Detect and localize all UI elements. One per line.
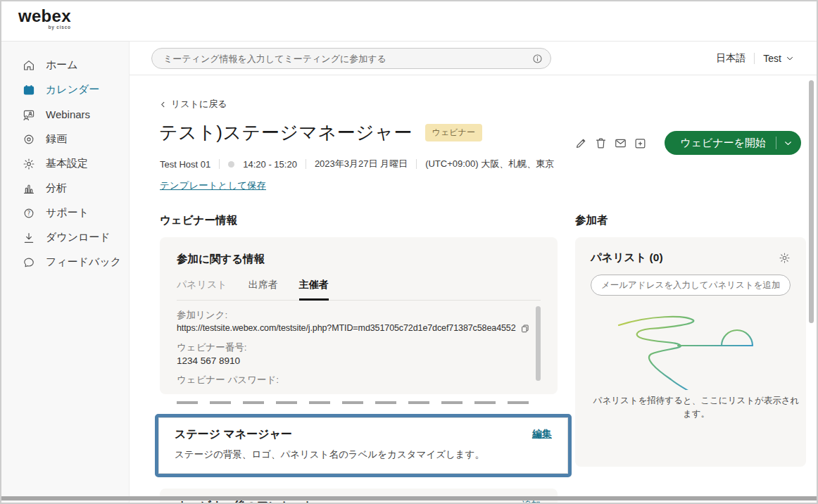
webinar-time: 14:20 - 15:20 [243, 159, 297, 170]
webinar-password: 1234abCD567 (12345678 電話またはビデオシステムから参加の場… [177, 386, 525, 388]
stage-manager-card: ステージ マネージャー 編集 ステージの背景、ロゴ、パネリスト名のラベルをカスタ… [158, 417, 568, 474]
sidebar-item-webinars[interactable]: Webinars [1, 102, 129, 127]
participants-section-title: 参加者 [575, 213, 608, 228]
panelists-title: パネリスト (0) [591, 251, 663, 265]
tab-host[interactable]: 主催者 [299, 279, 329, 301]
sidebar-item-feedback[interactable]: フィードバック [1, 250, 129, 275]
main-header: 日本語 Test [130, 42, 817, 75]
add-to-calendar-icon[interactable] [631, 134, 649, 152]
copy-icon[interactable] [520, 324, 530, 334]
recordings-icon [23, 133, 35, 146]
add-panelist-input[interactable] [591, 275, 791, 296]
chevron-down-icon [786, 54, 794, 63]
gear-icon[interactable] [779, 252, 791, 264]
page-title: テスト)ステージマネージャー [159, 120, 413, 145]
panelists-card: パネリスト (0) [575, 237, 806, 467]
join-information-card: 参加に関する情報 パネリスト 出席者 主催者 参加リンク: https://te… [160, 237, 558, 394]
sidebar-item-downloads[interactable]: ダウンロード [1, 225, 129, 250]
join-link-label: 参加リンク: [177, 309, 525, 322]
download-icon [23, 232, 35, 244]
webex-byline: by cisco [18, 25, 71, 30]
calendar-icon [23, 84, 35, 96]
sidebar-item-support[interactable]: ? サポート [1, 201, 129, 225]
start-webinar-button[interactable]: ウェビナーを開始 [665, 131, 801, 155]
sidebar-item-label: 基本設定 [46, 157, 88, 170]
webinar-number-label: ウェビナー番号: [177, 341, 525, 354]
sidebar-item-calendar[interactable]: カレンダー [1, 77, 129, 102]
webinar-date: 2023年3月27日 月曜日 [315, 158, 408, 170]
join-link-url[interactable]: https://testsite.webex.com/testsite/j.ph… [177, 322, 516, 335]
webex-webinar-detail-page: webex by cisco ホーム カレンダー Webinars [0, 0, 818, 504]
sidebar: ホーム カレンダー Webinars 録画 基本設定 [1, 42, 130, 503]
webinar-meta: Test Host 01 14:20 - 15:20 2023年3月27日 月曜… [160, 158, 554, 170]
feedback-icon [23, 256, 35, 269]
chevron-left-icon [159, 101, 167, 108]
sidebar-item-label: ホーム [46, 58, 78, 72]
account-divider [754, 53, 755, 64]
breadcrumb-label: リストに戻る [171, 98, 227, 111]
user-menu[interactable]: Test [763, 53, 794, 64]
meta-divider [416, 159, 417, 169]
start-webinar-label: ウェビナーを開始 [665, 137, 776, 150]
sidebar-item-preferences[interactable]: 基本設定 [1, 151, 129, 176]
meta-divider [219, 159, 220, 169]
sidebar-item-label: サポート [46, 206, 89, 220]
stage-manager-edit-link[interactable]: 編集 [532, 428, 552, 441]
content-area: リストに戻る テスト)ステージマネージャー ウェビナー ウェビナーを開始 [130, 76, 817, 503]
host-name: Test Host 01 [160, 159, 210, 170]
sidebar-item-label: Webinars [46, 108, 90, 120]
stage-manager-description: ステージの背景、ロゴ、パネリスト名のラベルをカスタマイズします。 [175, 448, 552, 461]
webex-logo: webex by cisco [18, 7, 71, 30]
horizontal-scrollbar[interactable] [1, 496, 817, 500]
tab-attendee[interactable]: 出席者 [248, 279, 278, 300]
join-tabs: パネリスト 出席者 主催者 [177, 279, 541, 301]
empty-panelists-illustration [608, 310, 774, 390]
home-icon [23, 59, 35, 72]
sidebar-item-label: フィードバック [46, 256, 121, 269]
card-scrollbar[interactable] [536, 306, 541, 381]
status-dot [228, 161, 234, 168]
webinars-icon [23, 108, 35, 121]
save-as-template-link[interactable]: テンプレートとして保存 [160, 179, 266, 192]
search-input[interactable] [163, 53, 531, 64]
dashed-divider [177, 401, 537, 404]
webinar-password-label: ウェビナー パスワード: [177, 374, 525, 386]
meta-divider [306, 159, 306, 169]
stage-manager-highlight: ステージ マネージャー 編集 ステージの背景、ロゴ、パネリスト名のラベルをカスタ… [155, 414, 572, 477]
sidebar-item-label: 分析 [46, 182, 67, 195]
sidebar-item-home[interactable]: ホーム [1, 53, 129, 77]
webinar-timezone: (UTC+09:00) 大阪、札幌、東京 [425, 158, 554, 170]
back-to-list-link[interactable]: リストに戻る [159, 98, 227, 111]
sidebar-item-label: カレンダー [46, 83, 99, 96]
analytics-icon [23, 182, 35, 195]
chevron-down-icon [784, 139, 793, 148]
webinar-number: 1234 567 8910 [177, 354, 525, 367]
start-webinar-dropdown[interactable] [776, 137, 801, 149]
user-name: Test [763, 53, 781, 64]
language-selector[interactable]: 日本語 [716, 52, 745, 65]
edit-icon[interactable] [572, 134, 590, 152]
webinar-badge: ウェビナー [425, 124, 482, 141]
join-meeting-search[interactable] [151, 48, 551, 69]
email-icon[interactable] [611, 134, 629, 152]
sidebar-item-analytics[interactable]: 分析 [1, 176, 129, 201]
info-icon[interactable] [531, 53, 543, 65]
title-row: テスト)ステージマネージャー ウェビナー [159, 120, 482, 145]
join-details-scroll-area: 参加リンク: https://testsite.webex.com/testsi… [177, 305, 541, 388]
delete-icon[interactable] [591, 134, 610, 152]
webinar-info-section-title: ウェビナー情報 [160, 213, 237, 228]
support-icon: ? [23, 207, 35, 220]
sidebar-item-label: ダウンロード [46, 231, 111, 244]
top-bar: webex by cisco [1, 1, 817, 40]
sidebar-item-label: 録画 [46, 132, 67, 146]
stage-manager-title: ステージ マネージャー [175, 427, 552, 442]
join-card-title: 参加に関する情報 [177, 252, 541, 267]
tab-panelist[interactable]: パネリスト [177, 279, 227, 300]
vertical-scrollbar[interactable] [809, 80, 814, 323]
webinar-actions: ウェビナーを開始 [572, 131, 801, 155]
sidebar-item-recordings[interactable]: 録画 [1, 127, 129, 151]
account-area: 日本語 Test [716, 42, 794, 75]
webex-wordmark: webex [18, 7, 71, 25]
settings-icon [23, 158, 35, 170]
empty-panelists-text: パネリストを招待すると、ここにリストが表示されます。 [591, 394, 802, 422]
